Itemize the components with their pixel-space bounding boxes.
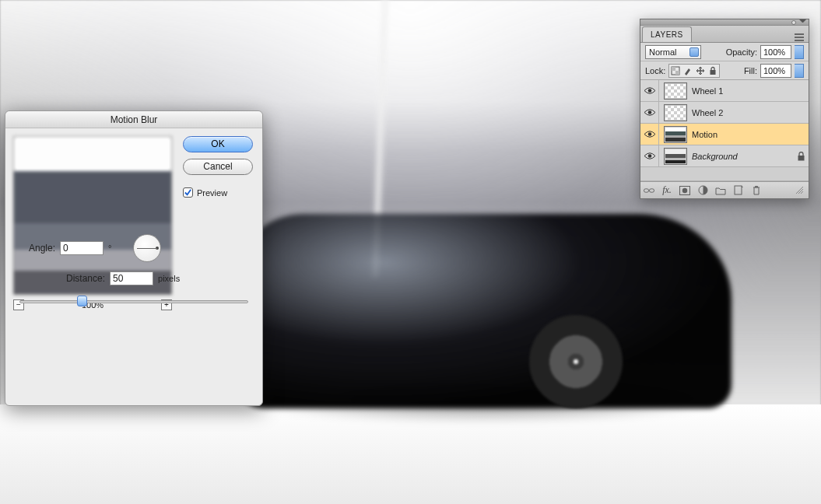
svg-point-5 [647, 110, 651, 114]
layers-panel: LAYERS Normal Opacity: Lock: Fill: Wheel… [640, 19, 809, 199]
layer-thumbnail[interactable] [664, 148, 687, 165]
lock-all-icon[interactable] [707, 65, 718, 76]
svg-rect-1 [672, 67, 675, 71]
layer-row[interactable]: Motion [640, 124, 809, 145]
fill-label: Fill: [744, 66, 757, 75]
visibility-toggle-icon[interactable] [640, 102, 659, 124]
layer-name[interactable]: Motion [692, 130, 793, 139]
car-image [233, 214, 732, 408]
tab-layers[interactable]: LAYERS [642, 26, 692, 42]
opacity-label: Opacity: [726, 47, 757, 57]
layer-name[interactable]: Background [692, 152, 793, 161]
svg-rect-9 [644, 188, 648, 191]
visibility-toggle-icon[interactable] [640, 80, 659, 102]
opacity-input[interactable] [760, 45, 791, 59]
visibility-toggle-icon[interactable] [640, 124, 659, 145]
layer-style-icon[interactable]: fx. [661, 185, 672, 196]
opacity-flyout-button[interactable] [795, 45, 804, 59]
panel-dragbar[interactable] [640, 19, 809, 26]
visibility-toggle-icon[interactable] [640, 145, 659, 167]
lock-pixels-icon[interactable] [682, 65, 693, 76]
motion-blur-dialog: Motion Blur − 100% + OK Cancel Preview A… [5, 110, 263, 406]
blend-mode-select[interactable]: Normal [645, 45, 701, 59]
car-wheel [529, 315, 623, 408]
angle-input[interactable] [60, 241, 104, 255]
fill-input[interactable] [760, 64, 791, 78]
delete-layer-icon[interactable] [751, 185, 762, 196]
svg-point-6 [647, 132, 651, 136]
layer-row[interactable]: Wheel 2 [640, 102, 809, 124]
svg-point-7 [647, 154, 651, 158]
lock-position-icon[interactable] [695, 65, 706, 76]
lock-label: Lock: [645, 66, 665, 75]
adjustment-layer-icon[interactable] [697, 185, 708, 196]
svg-rect-3 [710, 70, 716, 75]
lock-transparent-icon[interactable] [670, 65, 681, 76]
svg-rect-8 [798, 156, 804, 161]
layer-name[interactable]: Wheel 2 [692, 108, 793, 117]
distance-label: Distance: [66, 273, 105, 284]
layer-thumbnail[interactable] [664, 82, 687, 100]
panel-resize-icon[interactable] [795, 185, 805, 196]
preview-checkbox-label: Preview [197, 188, 227, 198]
preview-checkbox[interactable] [183, 187, 193, 198]
layer-mask-icon[interactable] [679, 185, 690, 196]
layers-list: Wheel 1Wheel 2MotionBackground [640, 80, 809, 167]
new-layer-icon[interactable] [733, 185, 744, 196]
blend-mode-value: Normal [649, 47, 676, 57]
angle-unit: ° [108, 243, 111, 253]
layer-thumbnail[interactable] [664, 126, 687, 143]
panel-menu-icon[interactable] [793, 33, 805, 42]
select-arrow-icon [689, 47, 699, 57]
layer-thumbnail[interactable] [664, 104, 687, 121]
fill-flyout-button[interactable] [795, 64, 804, 78]
layer-lock-icon [793, 152, 809, 161]
svg-rect-2 [675, 71, 679, 75]
angle-label: Angle: [29, 243, 55, 254]
layer-row[interactable]: Wheel 1 [640, 80, 809, 102]
link-layers-icon[interactable] [644, 185, 654, 196]
new-group-icon[interactable] [715, 185, 726, 196]
layer-row[interactable]: Background [640, 145, 809, 167]
distance-slider[interactable] [19, 295, 248, 307]
layer-name[interactable]: Wheel 1 [692, 86, 793, 96]
ok-button[interactable]: OK [183, 136, 253, 152]
svg-rect-10 [649, 188, 654, 191]
svg-rect-14 [735, 186, 742, 194]
layers-empty-area[interactable] [640, 167, 809, 181]
distance-input[interactable] [110, 271, 153, 285]
collapse-icon[interactable] [791, 20, 796, 25]
svg-point-12 [682, 187, 687, 192]
distance-unit: pixels [158, 274, 180, 283]
panel-collapse-arrow-icon[interactable] [799, 19, 806, 25]
dialog-title: Motion Blur [5, 111, 262, 128]
cancel-button[interactable]: Cancel [183, 159, 253, 175]
angle-dial[interactable] [133, 234, 161, 262]
svg-point-4 [647, 89, 651, 93]
distance-slider-thumb[interactable] [77, 296, 87, 306]
